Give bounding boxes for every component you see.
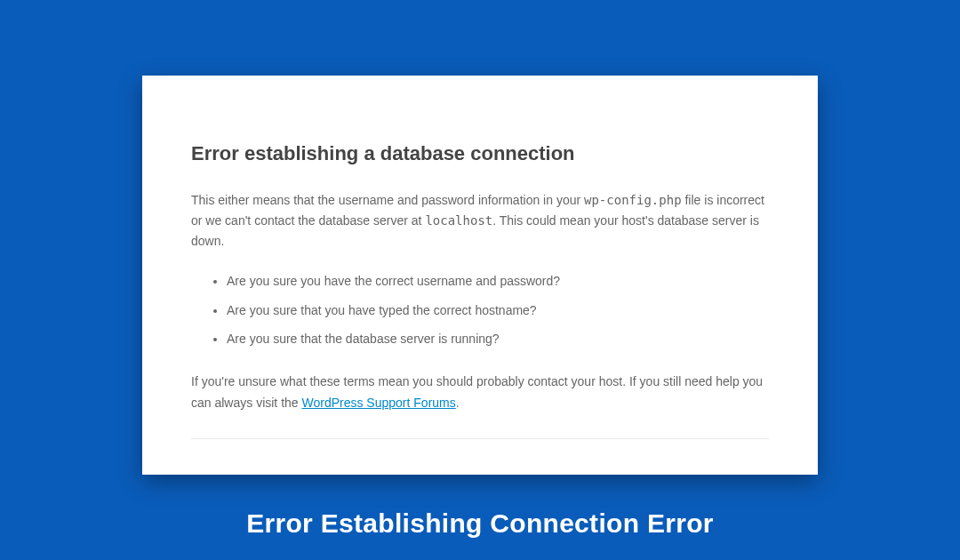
- config-file-code: wp-config.php: [584, 193, 682, 207]
- error-card: Error establishing a database connection…: [142, 76, 818, 475]
- list-item: Are you sure that you have typed the cor…: [227, 300, 769, 320]
- support-forums-link[interactable]: WordPress Support Forums: [302, 396, 456, 410]
- error-intro-paragraph: This either means that the username and …: [191, 190, 769, 252]
- list-item: Are you sure you have the correct userna…: [227, 271, 769, 291]
- troubleshooting-list: Are you sure you have the correct userna…: [191, 271, 769, 348]
- caption: Error Establishing Connection Error: [246, 508, 714, 539]
- error-footer-paragraph: If you're unsure what these terms mean y…: [191, 372, 769, 412]
- footer-text-1: If you're unsure what these terms mean y…: [191, 374, 763, 409]
- list-item: Are you sure that the database server is…: [227, 329, 769, 348]
- error-heading: Error establishing a database connection: [191, 142, 769, 165]
- intro-text-1: This either means that the username and …: [191, 193, 584, 207]
- divider: [191, 438, 769, 439]
- footer-text-2: .: [456, 396, 460, 410]
- hostname-code: localhost: [425, 213, 492, 228]
